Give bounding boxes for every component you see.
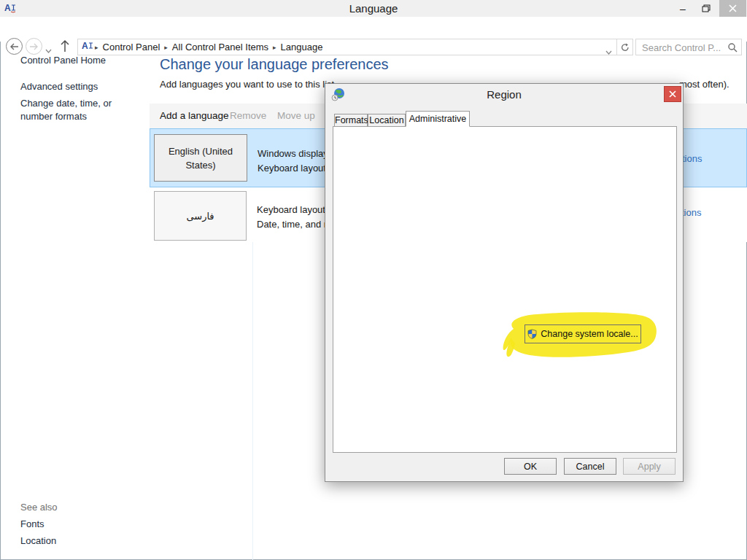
close-window-button[interactable] bbox=[719, 0, 746, 17]
restore-icon bbox=[702, 4, 711, 12]
detail-line: Keyboard layout: bbox=[257, 203, 329, 217]
options-link-fragment[interactable]: tions bbox=[682, 153, 702, 164]
breadcrumb-separator: ▸ bbox=[95, 44, 98, 51]
ok-button[interactable]: OK bbox=[504, 458, 557, 475]
apply-button: Apply bbox=[623, 458, 676, 475]
language-breadcrumb-icon: A bbox=[82, 40, 93, 55]
breadcrumb-all-items[interactable]: All Control Panel Items bbox=[172, 42, 268, 52]
tab-formats[interactable]: Formats bbox=[334, 114, 368, 127]
region-dialog: Region Formats Location Administrative W… bbox=[325, 83, 684, 482]
add-language-button[interactable]: Add a language bbox=[160, 110, 229, 121]
remove-button: Remove bbox=[230, 110, 266, 121]
breadcrumb-separator: ▸ bbox=[273, 44, 276, 51]
minimize-button[interactable]: – bbox=[671, 0, 694, 17]
back-button[interactable] bbox=[6, 38, 23, 55]
navigation-bar: A ▸ Control Panel ▸ All Control Panel It… bbox=[0, 17, 747, 42]
sidebar-item-control-panel-home[interactable]: Control Panel Home bbox=[20, 55, 106, 66]
up-arrow-icon bbox=[59, 39, 71, 53]
page-title: Change your language preferences bbox=[160, 56, 389, 73]
detail-line: Date, time, and n bbox=[257, 217, 329, 232]
title-bar: A Language – bbox=[0, 0, 747, 17]
search-box[interactable]: Search Control P... bbox=[635, 39, 742, 55]
address-bar[interactable]: A ▸ Control Panel ▸ All Control Panel It… bbox=[77, 39, 617, 55]
detail-line: Keyboard layout: bbox=[258, 161, 329, 176]
language-window: A Language – A ▸ Control Panel bbox=[0, 0, 747, 560]
detail-line: Windows display bbox=[258, 147, 329, 161]
dialog-title-bar[interactable]: Region bbox=[325, 84, 683, 106]
change-system-locale-button[interactable]: Change system locale... bbox=[525, 324, 641, 343]
tab-administrative[interactable]: Administrative bbox=[406, 111, 470, 127]
intro-text-fragment: most often). bbox=[679, 79, 729, 90]
breadcrumb-language[interactable]: Language bbox=[281, 42, 323, 52]
tab-location[interactable]: Location bbox=[368, 114, 406, 127]
close-icon bbox=[729, 4, 737, 12]
options-link-fragment[interactable]: tions bbox=[681, 207, 701, 218]
language-name-box[interactable]: فارسی bbox=[154, 191, 247, 241]
window-title: Language bbox=[0, 2, 747, 15]
dialog-close-button[interactable] bbox=[664, 86, 681, 102]
sidebar-item-advanced-settings[interactable]: Advanced settings bbox=[20, 81, 98, 92]
refresh-button[interactable] bbox=[617, 39, 633, 55]
back-arrow-icon bbox=[9, 43, 19, 50]
sidebar-see-also-label: See also bbox=[20, 502, 58, 513]
button-label: Change system locale... bbox=[541, 329, 638, 339]
language-name-box[interactable]: English (United States) bbox=[154, 134, 247, 182]
move-up-button: Move up bbox=[277, 110, 315, 121]
breadcrumb-control-panel[interactable]: Control Panel bbox=[103, 42, 160, 52]
intro-text: Add languages you want to use to this li… bbox=[160, 79, 337, 90]
forward-arrow-icon bbox=[29, 43, 39, 50]
language-row-details: Windows display Keyboard layout: bbox=[258, 147, 329, 176]
svg-text:A: A bbox=[82, 41, 88, 51]
chevron-down-icon bbox=[605, 50, 612, 55]
sidebar-item-fonts[interactable]: Fonts bbox=[20, 518, 44, 529]
language-row-details: Keyboard layout: Date, time, and n bbox=[257, 203, 329, 232]
forward-button[interactable] bbox=[26, 38, 42, 55]
cancel-button[interactable]: Cancel bbox=[564, 458, 616, 475]
breadcrumb-separator: ▸ bbox=[164, 44, 168, 51]
search-placeholder: Search Control P... bbox=[642, 42, 721, 53]
sidebar-item-change-date-time[interactable]: Change date, time, or number formats bbox=[20, 97, 146, 123]
sidebar-item-location[interactable]: Location bbox=[20, 535, 56, 546]
up-button[interactable] bbox=[59, 39, 71, 56]
dialog-title: Region bbox=[325, 88, 683, 101]
uac-shield-icon bbox=[527, 329, 537, 339]
address-dropdown-chevron[interactable] bbox=[605, 44, 612, 58]
chevron-down-icon bbox=[45, 49, 52, 53]
list-divider bbox=[252, 242, 253, 560]
close-icon bbox=[669, 90, 676, 98]
administrative-tab-page bbox=[333, 126, 677, 453]
search-icon[interactable] bbox=[727, 42, 738, 55]
refresh-icon bbox=[621, 43, 630, 52]
restore-button[interactable] bbox=[694, 0, 718, 17]
